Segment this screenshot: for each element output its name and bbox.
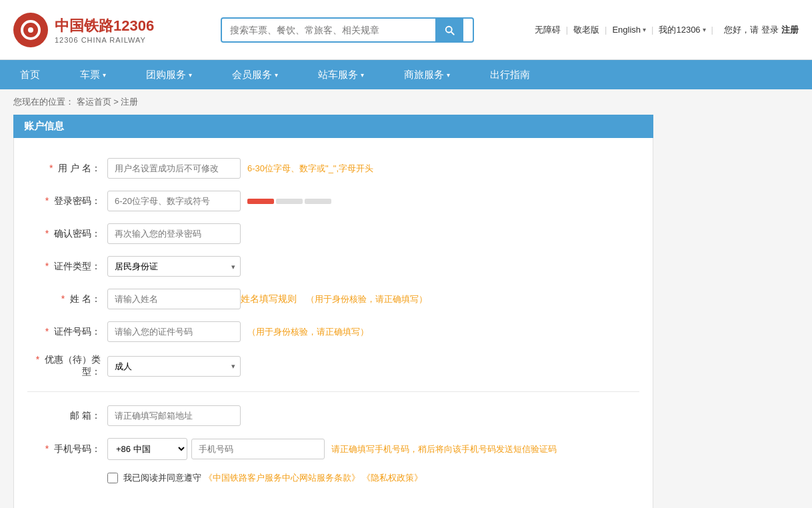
nav-arrow-icon: ▾ [103,71,106,79]
id-number-input[interactable] [107,321,241,342]
nav-item-home[interactable]: 首页 [0,60,60,89]
language-arrow-icon: ▾ [643,26,646,33]
nav-arrow-icon: ▾ [447,71,450,79]
phone-country-select[interactable]: +86 中国 [107,438,187,460]
search-box [221,17,474,43]
nav-arrow-icon: ▾ [361,71,364,79]
required-star: * [45,195,49,206]
login-area: 您好，请 登录 注册 [724,24,799,36]
username-input[interactable] [107,158,241,179]
name-row: * 姓 名： 姓名填写规则 （用于身份核验，请正确填写） [27,289,639,309]
logo-main-text: 中国铁路12306 [55,16,154,36]
nav-arrow-icon: ▾ [275,71,278,79]
nav-item-membership[interactable]: 会员服务▾ [212,60,298,89]
main-nav: 首页 车票▾ 团购服务▾ 会员服务▾ 站车服务▾ 商旅服务▾ 出行指南 [0,60,812,89]
id-number-hint: （用于身份核验，请正确填写） [247,326,369,338]
search-input[interactable] [222,19,435,41]
form-divider [27,391,639,392]
nav-arrow-icon: ▾ [189,71,192,79]
name-input[interactable] [107,289,241,309]
section-header: 账户信息 [13,115,653,138]
phone-hint: 请正确填写手机号码，稍后将向该手机号码发送短信验证码 [331,443,557,455]
my-account-dropdown[interactable]: 我的12306 ▾ [659,24,705,36]
breadcrumb-separator: > [113,97,121,107]
id-number-row: * 证件号码： （用于身份核验，请正确填写） [27,321,639,342]
breadcrumb: 您现在的位置： 客运首页 > 注册 [0,89,812,115]
search-icon [443,24,455,36]
main-content: 账户信息 * 用 户 名： 6-30位字母、数字或"_",字母开头 * 登录密码… [0,115,667,508]
header: 中国铁路12306 12306 CHINA RAILWAY 无障碍 | 敬老版 … [0,0,812,60]
discount-type-wrapper: 成人 儿童 学生 残疾军人 [107,356,241,377]
elderly-mode-link[interactable]: 敬老版 [573,24,599,36]
strength-bar-3 [305,199,331,204]
name-label: * 姓 名： [27,293,107,305]
required-star: * [45,326,49,337]
logo-text: 中国铁路12306 12306 CHINA RAILWAY [55,16,154,44]
confirm-password-input[interactable] [107,223,241,244]
registration-form: * 用 户 名： 6-30位字母、数字或"_",字母开头 * 登录密码： * [13,138,653,508]
logo-inner-circle [21,20,41,40]
required-star: * [45,228,49,239]
phone-label: * 手机号码： [27,443,107,455]
password-label: * 登录密码： [27,195,107,207]
id-number-label: * 证件号码： [27,326,107,338]
confirm-password-label: * 确认密码： [27,228,107,240]
name-hint-link[interactable]: 姓名填写规则 [241,293,297,304]
nav-item-guide[interactable]: 出行指南 [470,60,550,89]
confirm-password-row: * 确认密码： [27,223,639,244]
search-area [160,17,535,43]
password-strength-bar [247,199,331,204]
required-star: * [61,293,65,304]
phone-row: * 手机号码： +86 中国 请正确填写手机号码，稍后将向该手机号码发送短信验证… [27,438,639,460]
discount-type-label: * 优惠（待）类型： [27,354,107,378]
password-input[interactable] [107,191,241,211]
phone-input[interactable] [191,439,325,459]
terms-checkbox[interactable] [107,473,118,483]
section-title: 账户信息 [24,120,64,131]
nav-item-tickets[interactable]: 车票▾ [60,60,126,89]
required-star: * [45,261,49,271]
strength-bar-2 [276,199,303,204]
strength-bar-1 [247,199,274,204]
breadcrumb-prefix: 您现在的位置： [13,97,74,107]
password-row: * 登录密码： [27,191,639,211]
id-type-select[interactable]: 居民身份证 护照 港澳居民来往内地通行证 台湾居民来往大陆通行证 [107,256,241,277]
breadcrumb-current: 注册 [121,97,138,107]
register-link[interactable]: 注册 [781,24,799,36]
id-type-wrapper: 居民身份证 护照 港澳居民来往内地通行证 台湾居民来往大陆通行证 [107,256,241,277]
my-account-arrow-icon: ▾ [703,26,706,33]
search-button[interactable] [435,19,463,41]
language-label: English [612,25,641,35]
logo-sub-text: 12306 CHINA RAILWAY [55,36,154,44]
my-account-label: 我的12306 [659,24,700,36]
name-hint-area: 姓名填写规则 （用于身份核验，请正确填写） [241,293,427,305]
terms-row: 我已阅读并同意遵守 《中国铁路客户服务中心网站服务条款》 《隐私权政策》 [27,472,639,484]
username-label: * 用 户 名： [27,163,107,175]
discount-type-row: * 优惠（待）类型： 成人 儿童 学生 残疾军人 [27,354,639,378]
phone-group: +86 中国 [107,438,325,460]
nav-item-group[interactable]: 团购服务▾ [126,60,212,89]
required-star: * [45,443,49,454]
greeting-text: 您好，请 [724,24,759,36]
nav-item-business[interactable]: 商旅服务▾ [384,60,470,89]
terms-link[interactable]: 《中国铁路客户服务中心网站服务条款》 [204,473,360,483]
username-row: * 用 户 名： 6-30位字母、数字或"_",字母开头 [27,158,639,179]
checkbox-label: 我已阅读并同意遵守 《中国铁路客户服务中心网站服务条款》 《隐私权政策》 [123,472,423,484]
login-link[interactable]: 登录 [761,24,779,36]
btn-area: 下一步 [27,497,639,508]
id-type-label: * 证件类型： [27,261,107,273]
required-star: * [36,354,39,365]
nav-item-station[interactable]: 站车服务▾ [298,60,384,89]
language-dropdown[interactable]: English ▾ [612,25,646,35]
id-type-row: * 证件类型： 居民身份证 护照 港澳居民来往内地通行证 台湾居民来往大陆通行证 [27,256,639,277]
required-star: * [49,163,53,173]
email-input[interactable] [107,405,241,426]
logo-icon [13,13,48,47]
privacy-link[interactable]: 《隐私权政策》 [362,473,423,483]
header-right: 无障碍 | 敬老版 | English ▾ | 我的12306 ▾ | 您好，请… [535,24,799,36]
discount-type-select[interactable]: 成人 儿童 学生 残疾军人 [107,356,241,377]
username-hint: 6-30位字母、数字或"_",字母开头 [247,163,373,175]
email-label: 邮 箱： [27,410,107,422]
breadcrumb-home-link[interactable]: 客运首页 [77,97,111,107]
accessibility-link[interactable]: 无障碍 [535,24,561,36]
